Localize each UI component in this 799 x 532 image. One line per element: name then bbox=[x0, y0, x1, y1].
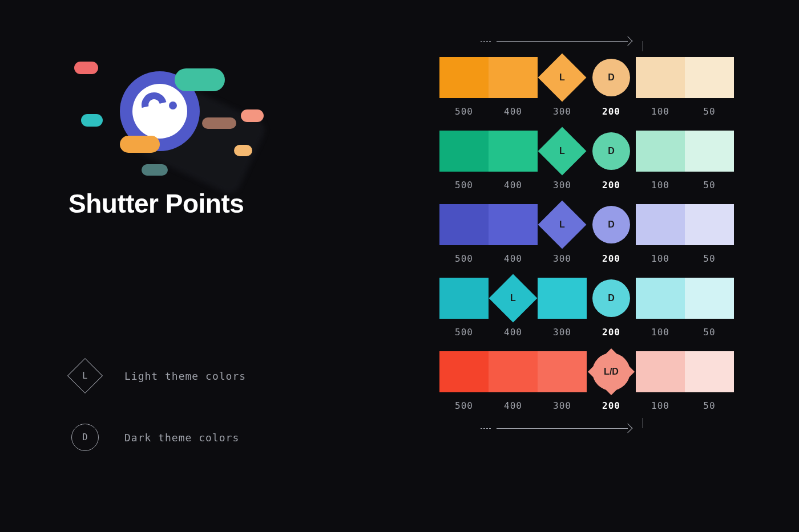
legend-dark: D Dark theme colors bbox=[68, 421, 246, 454]
swatch bbox=[636, 131, 685, 172]
scale-label: 300 bbox=[538, 327, 587, 338]
scale-arrow-top bbox=[497, 38, 734, 52]
scale-label: 50 bbox=[685, 106, 734, 117]
ramp-orange: LD50040030020010050 bbox=[439, 57, 734, 117]
brand-logo bbox=[68, 46, 263, 171]
scale-label: 50 bbox=[685, 180, 734, 190]
scale-label: 500 bbox=[439, 400, 489, 411]
swatch bbox=[489, 131, 538, 172]
swatch bbox=[439, 351, 489, 392]
swatch bbox=[636, 57, 685, 98]
scale-label: 100 bbox=[636, 253, 685, 264]
legend-dark-label: Dark theme colors bbox=[124, 432, 239, 444]
scale-label: 400 bbox=[489, 400, 538, 411]
swatch bbox=[685, 351, 734, 392]
scale-label: 100 bbox=[636, 400, 685, 411]
decor-pill bbox=[241, 109, 264, 122]
scale-arrow-bottom bbox=[497, 425, 734, 440]
scale-label: 400 bbox=[489, 106, 538, 117]
swatch: L bbox=[489, 278, 538, 319]
swatch: L/D bbox=[587, 351, 636, 392]
swatch bbox=[685, 278, 734, 319]
scale-label: 200 bbox=[587, 400, 636, 411]
diamond-icon: L bbox=[67, 358, 103, 393]
scale-label: 100 bbox=[636, 180, 685, 190]
swatch bbox=[685, 57, 734, 98]
scale-label: 400 bbox=[489, 180, 538, 190]
scale-label: 200 bbox=[587, 253, 636, 264]
scale-label: 500 bbox=[439, 327, 489, 338]
swatch: D bbox=[587, 204, 636, 245]
ramp-cyan: LD50040030020010050 bbox=[439, 278, 734, 338]
scale-label: 300 bbox=[538, 400, 587, 411]
swatch bbox=[685, 131, 734, 172]
scale-label: 100 bbox=[636, 106, 685, 117]
scale-label: 50 bbox=[685, 400, 734, 411]
swatch: L bbox=[538, 131, 587, 172]
scale-label: 200 bbox=[587, 106, 636, 117]
decor-pill bbox=[81, 114, 103, 127]
scale-label: 100 bbox=[636, 327, 685, 338]
scale-label: 300 bbox=[538, 180, 587, 190]
swatch bbox=[489, 351, 538, 392]
swatch: D bbox=[587, 278, 636, 319]
scale-label: 200 bbox=[587, 180, 636, 190]
decor-pill bbox=[142, 164, 168, 176]
swatch: D bbox=[587, 57, 636, 98]
ramp-indigo: LD50040030020010050 bbox=[439, 204, 734, 264]
legend: L Light theme colors D Dark theme colors bbox=[68, 359, 246, 482]
scale-label: 500 bbox=[439, 253, 489, 264]
swatch bbox=[538, 351, 587, 392]
scale-label: 300 bbox=[538, 106, 587, 117]
swatch bbox=[685, 204, 734, 245]
swatch bbox=[636, 204, 685, 245]
swatch bbox=[439, 204, 489, 245]
scale-label: 50 bbox=[685, 253, 734, 264]
swatch bbox=[439, 278, 489, 319]
scale-label: 300 bbox=[538, 253, 587, 264]
swatch: L bbox=[538, 204, 587, 245]
page-title: Shutter Points bbox=[68, 188, 365, 219]
scale-label: 500 bbox=[439, 180, 489, 190]
swatch bbox=[489, 204, 538, 245]
circle-icon: D bbox=[71, 424, 99, 451]
scale-label: 50 bbox=[685, 327, 734, 338]
ramp-coral: L/D50040030020010050 bbox=[439, 351, 734, 411]
legend-light: L Light theme colors bbox=[68, 359, 246, 392]
ramp-teal-green: LD50040030020010050 bbox=[439, 131, 734, 190]
scale-label: 400 bbox=[489, 327, 538, 338]
swatch bbox=[636, 278, 685, 319]
scale-label: 200 bbox=[587, 327, 636, 338]
swatch bbox=[439, 57, 489, 98]
swatch bbox=[636, 351, 685, 392]
swatch bbox=[439, 131, 489, 172]
swatch bbox=[538, 278, 587, 319]
swatch: D bbox=[587, 131, 636, 172]
legend-light-label: Light theme colors bbox=[124, 370, 246, 382]
color-ramps: LD50040030020010050LD50040030020010050LD… bbox=[439, 38, 734, 440]
decor-pill bbox=[120, 136, 160, 153]
scale-label: 400 bbox=[489, 253, 538, 264]
decor-pill bbox=[74, 62, 98, 74]
decor-pill bbox=[234, 145, 252, 156]
decor-pill bbox=[202, 117, 236, 129]
decor-pill bbox=[175, 68, 225, 91]
swatch bbox=[489, 57, 538, 98]
swatch: L bbox=[538, 57, 587, 98]
scale-label: 500 bbox=[439, 106, 489, 117]
